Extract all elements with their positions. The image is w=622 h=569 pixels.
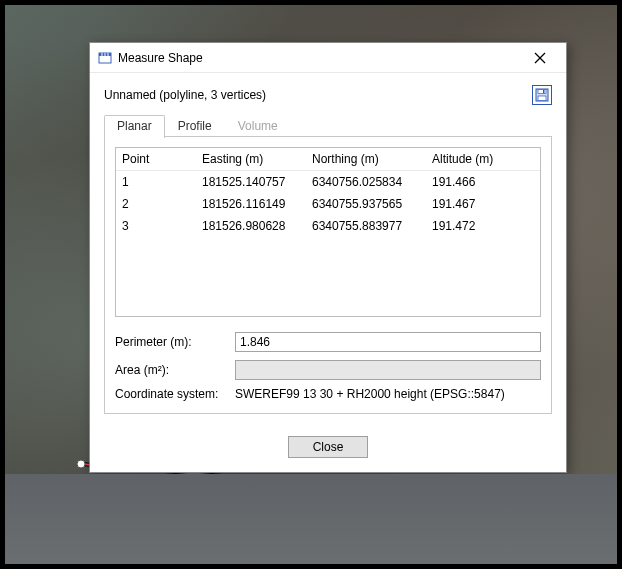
cell: 191.472: [426, 215, 540, 237]
shape-name-label: Unnamed (polyline, 3 vertices): [104, 88, 266, 102]
cell: 181526.116149: [196, 193, 306, 215]
scale-text: 31 cm: [84, 521, 117, 535]
coord-system-label: Coordinate system:: [115, 387, 235, 401]
svg-rect-11: [538, 90, 546, 94]
col-northing[interactable]: Northing (m): [306, 148, 426, 171]
cell: 181525.140757: [196, 171, 306, 194]
save-icon[interactable]: [532, 85, 552, 105]
perimeter-label: Perimeter (m):: [115, 335, 235, 349]
cell: 1: [116, 171, 196, 194]
cell: 6340755.937565: [306, 193, 426, 215]
dialog-title: Measure Shape: [118, 51, 520, 65]
col-altitude[interactable]: Altitude (m): [426, 148, 540, 171]
svg-rect-13: [538, 96, 546, 101]
measure-shape-dialog: Measure Shape Unnamed (polyline, 3 verti…: [89, 42, 567, 473]
scale-bar: 31 cm: [43, 517, 158, 539]
close-icon[interactable]: [520, 43, 560, 72]
cell: 3: [116, 215, 196, 237]
cell: 181526.980628: [196, 215, 306, 237]
cell: 2: [116, 193, 196, 215]
perimeter-field[interactable]: [235, 332, 541, 352]
tab-panel-planar: Point Easting (m) Northing (m) Altitude …: [104, 137, 552, 414]
tab-bar: Planar Profile Volume: [104, 115, 552, 137]
tab-profile[interactable]: Profile: [165, 115, 225, 136]
cell: 191.467: [426, 193, 540, 215]
area-label: Area (m²):: [115, 363, 235, 377]
viewport-3d: 31 cm Measure Shape: [5, 5, 617, 564]
table-row[interactable]: 1181525.1407576340756.025834191.466: [116, 171, 540, 194]
close-button[interactable]: Close: [288, 436, 368, 458]
svg-point-1: [327, 481, 335, 489]
app-icon: [98, 51, 112, 65]
table-row[interactable]: 3181526.9806286340755.883977191.472: [116, 215, 540, 237]
svg-point-0: [77, 460, 85, 468]
cell: 6340756.025834: [306, 171, 426, 194]
svg-rect-12: [543, 90, 545, 93]
svg-point-2: [576, 496, 584, 504]
points-table[interactable]: Point Easting (m) Northing (m) Altitude …: [115, 147, 541, 317]
col-point[interactable]: Point: [116, 148, 196, 171]
col-easting[interactable]: Easting (m): [196, 148, 306, 171]
coord-system-value: SWEREF99 13 30 + RH2000 height (EPSG::58…: [235, 387, 505, 401]
cell: 191.466: [426, 171, 540, 194]
cell: 6340755.883977: [306, 215, 426, 237]
area-field: [235, 360, 541, 380]
dialog-titlebar[interactable]: Measure Shape: [90, 43, 566, 73]
tab-volume: Volume: [225, 115, 291, 136]
table-row[interactable]: 2181526.1161496340755.937565191.467: [116, 193, 540, 215]
tab-planar[interactable]: Planar: [104, 115, 165, 138]
